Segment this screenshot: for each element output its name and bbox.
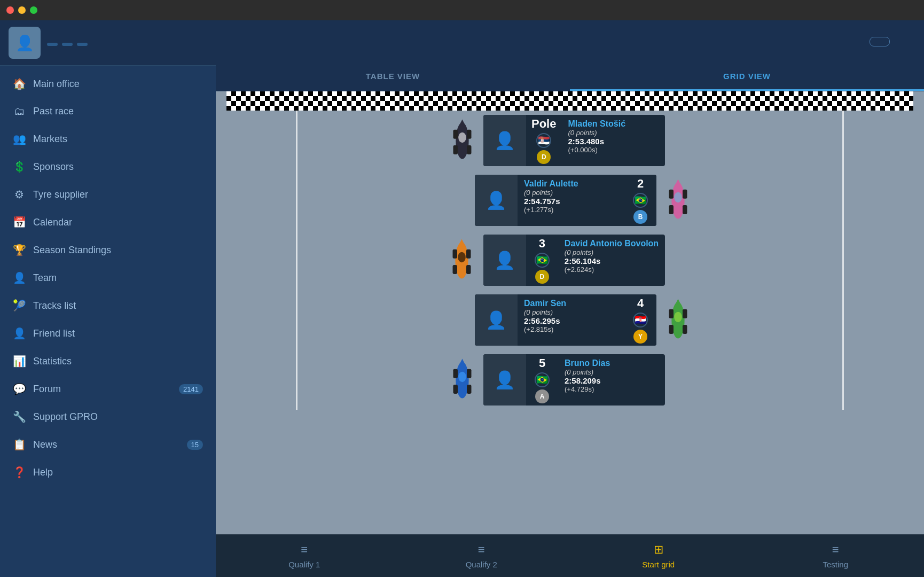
bottom-tab-start-grid[interactable]: ⊞ Start grid [570,539,747,573]
svg-rect-34 [453,369,458,378]
sponsors-icon: 💲 [13,160,26,173]
start-grid-label: Start grid [642,560,675,569]
driver-delta-3: (+2.815s) [524,325,618,333]
user-badges [47,43,88,46]
sidebar-item-sponsors[interactable]: 💲 Sponsors [0,153,216,181]
driver-points-4: (0 points) [565,368,659,376]
pos-flag-col-4: 5 🇧🇷 A [526,354,558,406]
sidebar-item-tyre-supplier[interactable]: ⚙ Tyre supplier [0,181,216,208]
grid-row: 👤 5 🇧🇷 A Bruno Dias (0 points) 2:58.209s… [226,350,913,410]
car-slot-3 [656,296,699,344]
tier-badge-3: Y [633,330,647,344]
bottom-tab-qualify-2[interactable]: ≡ Qualify 2 [393,539,570,573]
team-icon: 👤 [13,271,26,284]
driver-card-1: 👤 Valdir Aulette (0 points) 2:54.757s (+… [475,175,656,226]
qualify-2-icon: ≡ [478,543,485,557]
svg-rect-20 [453,265,458,274]
support-gpro-label: Support GPRO [33,411,203,423]
maximize-button[interactable] [30,6,37,14]
team-label: Team [33,272,203,284]
close-button[interactable] [6,6,14,14]
driver-name-3: Damir Sen [524,299,618,308]
driver-info-3: Damir Sen (0 points) 2:56.295s (+2.815s) [518,294,624,346]
track-lanes: 👤 Pole 🇷🇸 D Mladen Stošić (0 points) 2:5… [226,111,913,410]
minimize-button[interactable] [18,6,26,14]
sponsors-label: Sponsors [33,161,203,173]
bottom-tab-qualify-1[interactable]: ≡ Qualify 1 [216,539,393,573]
car-slot-0 [441,116,483,165]
sidebar-item-markets[interactable]: 👥 Markets [0,125,216,153]
mail-button[interactable] [896,40,900,44]
svg-point-30 [674,311,682,322]
bell-button[interactable] [907,40,911,44]
tier-badge-2: D [535,270,549,284]
content-header [216,20,924,63]
help-icon: ❓ [13,466,26,479]
back-button[interactable] [229,40,237,44]
tab-table-view[interactable]: TABLE VIEW [216,63,570,91]
driver-points-2: (0 points) [565,248,659,256]
car-image [448,357,477,403]
sidebar-item-news[interactable]: 📋 News 15 [0,431,216,458]
league-selector[interactable] [870,37,890,46]
driver-points-3: (0 points) [524,308,618,316]
bottom-tab-testing[interactable]: ≡ Testing [747,539,925,573]
sidebar-item-help[interactable]: ❓ Help [0,458,216,486]
window-controls [6,6,37,14]
sidebar-item-friend-list[interactable]: 👤 Friend list [0,319,216,347]
grid-area[interactable]: 👤 Pole 🇷🇸 D Mladen Stošić (0 points) 2:5… [216,91,924,534]
sidebar-item-forum[interactable]: 💬 Forum 2141 [0,375,216,403]
sidebar-item-main-office[interactable]: 🏠 Main office [0,70,216,98]
driver-time-4: 2:58.209s [565,376,659,385]
driver-info-0: Mladen Stošić (0 points) 2:53.480s (+0.0… [561,115,665,166]
pos-flag-col-2: 3 🇧🇷 D [526,235,558,286]
svg-rect-13 [683,205,687,214]
forum-icon: 💬 [13,383,26,395]
svg-rect-19 [466,249,471,258]
svg-marker-15 [675,179,681,185]
news-icon: 📋 [13,438,26,451]
sidebar-item-tracks-list[interactable]: 🎾 Tracks list [0,292,216,319]
view-tabs: TABLE VIEW GRID VIEW [216,63,924,91]
car-image [663,178,693,223]
driver-info-2: David Antonio Bovolon (0 points) 2:56.10… [558,235,665,286]
sidebar-item-team[interactable]: 👤 Team [0,264,216,292]
svg-rect-10 [669,189,674,198]
driver-card-4: 👤 5 🇧🇷 A Bruno Dias (0 points) 2:58.209s… [483,354,665,406]
sidebar-item-calendar[interactable]: 📅 Calendar [0,208,216,236]
tier-badge-4: A [535,389,549,403]
tier-badge-1: B [633,210,647,224]
user-info [47,40,88,46]
calendar-label: Calendar [33,217,203,228]
sidebar: 👤 🏠 Main office 🗂 Past race 👥 [0,20,216,577]
forum-badge: 2141 [179,384,203,394]
markets-icon: 👥 [13,132,26,145]
position-4: 5 [539,356,545,370]
markets-label: Markets [33,134,203,145]
driver-name-2: David Antonio Bovolon [565,239,659,248]
cr-badge [47,43,58,46]
tracks-list-icon: 🎾 [13,299,26,312]
driver-delta-0: (+0.000s) [568,146,659,154]
main-office-label: Main office [33,79,203,90]
qualify-1-label: Qualify 1 [288,560,320,569]
tier-badge-0: D [537,150,551,164]
driver-photo-1: 👤 [475,175,518,226]
tab-grid-view[interactable]: GRID VIEW [570,63,924,91]
svg-rect-27 [683,309,687,318]
sidebar-item-season-standings[interactable]: 🏆 Season Standings [0,236,216,264]
tyre-supplier-label: Tyre supplier [33,189,203,200]
user-profile-header: 👤 [0,20,216,66]
svg-rect-3 [467,129,472,138]
news-label: News [33,439,179,450]
driver-delta-2: (+2.624s) [565,266,659,274]
avatar: 👤 [9,27,41,59]
driver-name-0: Mladen Stošić [568,119,659,129]
car-slot-1 [656,176,699,224]
sidebar-item-support-gpro[interactable]: 🔧 Support GPRO [0,403,216,431]
svg-point-6 [458,132,466,142]
sidebar-item-statistics[interactable]: 📊 Statistics [0,347,216,375]
sidebar-item-past-race[interactable]: 🗂 Past race [0,98,216,125]
past-race-icon: 🗂 [13,105,26,118]
driver-name-1: Valdir Aulette [524,179,618,189]
